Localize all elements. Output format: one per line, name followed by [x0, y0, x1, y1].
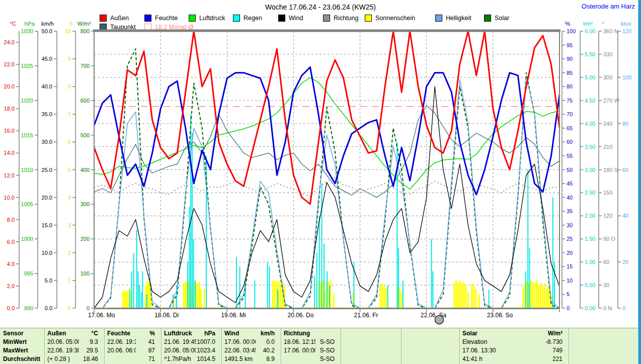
- svg-text:90 O: 90 O: [603, 236, 615, 242]
- axis-pct: 0510152025303540455055606570758085909510…: [562, 21, 576, 311]
- svg-text:20.0: 20.0: [4, 83, 15, 89]
- svg-text:23.06. So: 23.06. So: [487, 312, 513, 319]
- weather-chart: 0.02.04.06.08.010.012.014.016.018.020.02…: [0, 0, 641, 328]
- svg-text:400: 400: [81, 167, 90, 173]
- svg-text:5.50: 5.50: [585, 51, 595, 57]
- table-separator: [161, 328, 162, 364]
- svg-text:0.00: 0.00: [585, 305, 595, 311]
- axis-hpa: 9909951000100510101015102010251030hPa: [21, 21, 38, 311]
- svg-text:40: 40: [622, 213, 628, 219]
- svg-text:65: 65: [567, 125, 573, 131]
- axis-unit-temp: °C: [10, 21, 16, 27]
- series-richtung: [94, 177, 559, 197]
- svg-text:18.06. Di: 18.06. Di: [154, 312, 179, 319]
- svg-text:14.0: 14.0: [4, 150, 15, 156]
- svg-text:45: 45: [567, 180, 573, 187]
- svg-text:1000: 1000: [21, 236, 33, 242]
- table-value: S-SO: [302, 346, 335, 355]
- svg-text:1010: 1010: [21, 167, 33, 173]
- svg-text:3: 3: [68, 222, 71, 228]
- svg-text:0.0: 0.0: [7, 305, 15, 311]
- svg-text:25.0: 25.0: [42, 167, 52, 173]
- svg-text:700: 700: [81, 63, 90, 69]
- svg-text:2: 2: [68, 250, 71, 256]
- svg-text:100: 100: [567, 28, 576, 34]
- svg-text:15: 15: [567, 263, 573, 269]
- table-value: 1014.5: [183, 355, 215, 363]
- table-value: [421, 338, 453, 346]
- window-edge-strip: [638, 0, 641, 364]
- svg-text:50: 50: [567, 167, 573, 173]
- table-col-header: Richtung: [284, 329, 317, 338]
- svg-text:10: 10: [567, 278, 573, 284]
- table-value: 9.3: [66, 338, 98, 346]
- table-value: 40.2: [243, 346, 275, 355]
- axis-unit-lm2: l/m²: [583, 21, 593, 27]
- table-value: 87: [123, 346, 155, 355]
- svg-text:35.0: 35.0: [42, 111, 52, 117]
- svg-text:330: 330: [603, 51, 612, 57]
- svg-text:8.0: 8.0: [7, 217, 15, 223]
- table-value: S-SO: [302, 355, 335, 363]
- svg-text:0: 0: [622, 305, 625, 311]
- weather-app-window: Woche 17.06.24 - 23.06.24 (KW25) Osterod…: [0, 0, 641, 364]
- axis-unit-klux: klux: [621, 21, 631, 27]
- svg-text:4: 4: [68, 195, 71, 201]
- table-col-unit: W/m²: [533, 329, 563, 338]
- svg-text:600: 600: [81, 98, 90, 104]
- svg-text:100: 100: [81, 270, 90, 277]
- svg-text:6.0: 6.0: [7, 239, 15, 245]
- svg-text:40.0: 40.0: [42, 83, 52, 89]
- svg-text:6: 6: [68, 139, 71, 145]
- axis-lm2: 0.000.501.001.502.002.503.003.504.004.50…: [580, 21, 595, 311]
- svg-text:270 W: 270 W: [603, 98, 619, 104]
- table-value: 0.0: [243, 338, 275, 346]
- axis-unit-kmh: km/h: [41, 21, 54, 27]
- svg-text:16.0: 16.0: [4, 128, 15, 134]
- svg-text:3.50: 3.50: [585, 144, 595, 150]
- svg-text:300: 300: [603, 74, 612, 80]
- table-value: [363, 338, 395, 346]
- moon-phase-icon: [435, 316, 444, 324]
- axis-unit-sunh: h: [69, 21, 72, 27]
- axis-unit-wm2: W/m²: [77, 21, 92, 27]
- table-separator: [281, 328, 282, 364]
- table-separator: [341, 328, 342, 364]
- svg-text:120: 120: [603, 213, 612, 219]
- axis-deg: 0 N306090 O120150180 S210240270 W3003303…: [599, 21, 619, 311]
- svg-text:75: 75: [567, 98, 573, 104]
- svg-text:4.50: 4.50: [585, 98, 595, 104]
- table-row-label: Durchschnitt: [3, 355, 48, 363]
- series-luftdruck: [94, 77, 559, 189]
- svg-text:9: 9: [68, 56, 71, 62]
- table-value: [421, 346, 453, 355]
- svg-text:17.06. Mo: 17.06. Mo: [88, 312, 115, 319]
- series-au-en: [94, 31, 559, 204]
- svg-text:80: 80: [622, 121, 628, 127]
- table-row-label: Sensor: [3, 329, 48, 338]
- table-separator: [44, 328, 45, 364]
- svg-text:100: 100: [622, 74, 631, 80]
- table-value: 29.5: [66, 346, 98, 355]
- svg-text:240: 240: [603, 121, 612, 127]
- svg-text:200: 200: [81, 236, 90, 242]
- svg-text:5.0: 5.0: [45, 278, 52, 284]
- svg-text:8: 8: [68, 83, 71, 89]
- svg-text:55: 55: [567, 153, 573, 159]
- svg-text:1.50: 1.50: [585, 236, 595, 242]
- table-separator: [569, 328, 570, 364]
- svg-text:3.00: 3.00: [585, 167, 595, 173]
- svg-text:0: 0: [87, 305, 90, 311]
- table-separator: [104, 328, 105, 364]
- svg-text:0 N: 0 N: [603, 305, 612, 311]
- svg-text:300: 300: [81, 201, 90, 207]
- svg-text:0: 0: [68, 305, 71, 311]
- table-value: 1023.4: [183, 346, 215, 355]
- svg-text:120: 120: [622, 28, 631, 34]
- table-value: [421, 355, 453, 363]
- axis-klux: 020406080100120klux: [618, 21, 631, 311]
- svg-text:30: 30: [567, 222, 573, 228]
- svg-text:18.0: 18.0: [4, 106, 15, 112]
- svg-text:20.0: 20.0: [42, 195, 52, 201]
- svg-text:20: 20: [567, 250, 573, 256]
